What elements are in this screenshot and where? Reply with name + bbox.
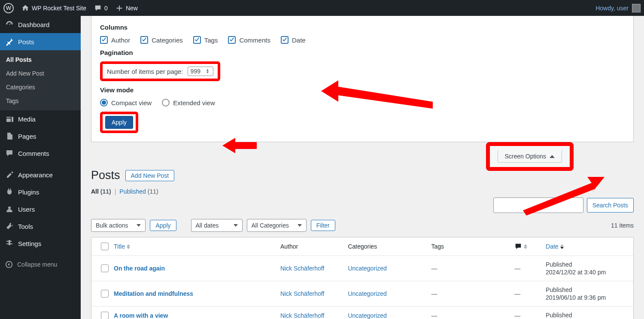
admin-sidebar: Dashboard Posts All Posts Add New Post C…: [0, 16, 81, 319]
collapse-label: Collapse menu: [17, 261, 57, 268]
table-row: On the road again Nick Schäferhoff Uncat…: [91, 255, 633, 281]
submenu-posts: All Posts Add New Post Categories Tags: [0, 50, 81, 110]
category-link[interactable]: Uncategorized: [348, 265, 386, 272]
author-link[interactable]: Nick Schäferhoff: [280, 312, 324, 319]
triangle-up-icon: [550, 155, 555, 158]
menu-comments[interactable]: Comments: [0, 145, 81, 162]
number-spinner-icon[interactable]: ▲▼: [206, 69, 210, 74]
new-content[interactable]: New: [115, 4, 138, 12]
th-tags: Tags: [431, 243, 514, 250]
comment-icon: [514, 243, 522, 250]
menu-settings[interactable]: Settings: [0, 235, 81, 252]
category-filter-select[interactable]: All Categories: [247, 219, 307, 232]
comments-bubble[interactable]: 0: [94, 4, 108, 12]
menu-comments-label: Comments: [18, 150, 49, 157]
menu-tools-label: Tools: [18, 223, 33, 230]
col-author-label: Author: [111, 36, 130, 44]
screen-options-apply-button[interactable]: Apply: [105, 116, 133, 129]
chevron-down-icon: [234, 224, 238, 227]
wp-logo[interactable]: W: [3, 3, 14, 13]
menu-settings-label: Settings: [18, 240, 41, 247]
menu-users-label: Users: [18, 206, 35, 213]
category-link[interactable]: Uncategorized: [348, 290, 386, 297]
author-link[interactable]: Nick Schäferhoff: [280, 290, 324, 297]
screen-options-tab[interactable]: Screen Options: [498, 150, 562, 163]
menu-users[interactable]: Users: [0, 201, 81, 218]
site-link[interactable]: WP Rocket Test Site: [21, 4, 86, 12]
menu-plugins[interactable]: Plugins: [0, 183, 81, 201]
bulk-label: Bulk actions: [96, 222, 128, 229]
pin-icon: [5, 37, 14, 46]
viewmode-extended[interactable]: Extended view: [162, 99, 215, 106]
users-icon: [5, 205, 14, 213]
filter-all[interactable]: All (11): [91, 188, 111, 195]
items-count: 11 items: [611, 222, 634, 229]
per-page-value: 999: [191, 68, 200, 75]
th-date[interactable]: Date: [546, 243, 629, 250]
row-checkbox[interactable]: [101, 264, 109, 272]
submenu-categories[interactable]: Categories: [0, 80, 81, 94]
col-date-toggle[interactable]: Date: [281, 36, 306, 44]
comments-cell: —: [514, 290, 546, 297]
sort-icon: [560, 244, 564, 249]
row-checkbox[interactable]: [101, 290, 109, 298]
select-all-checkbox[interactable]: [101, 243, 109, 250]
submenu-add-new-post[interactable]: Add New Post: [0, 67, 81, 80]
howdy-user[interactable]: Howdy, user: [595, 4, 641, 12]
menu-media[interactable]: Media: [0, 110, 81, 128]
post-title-link[interactable]: On the road again: [114, 265, 165, 272]
pagination-heading: Pagination: [100, 49, 625, 56]
col-categories-label: Categories: [152, 36, 183, 44]
extended-label: Extended view: [173, 99, 215, 106]
submenu-all-posts[interactable]: All Posts: [0, 53, 81, 67]
menu-appearance[interactable]: Appearance: [0, 166, 81, 183]
th-title[interactable]: Title: [114, 243, 280, 250]
comment-icon: [94, 4, 102, 12]
date-cell: Published2019/06/10 at 9:36 pm: [546, 286, 629, 301]
th-comments[interactable]: [514, 243, 546, 250]
viewmode-compact[interactable]: Compact view: [100, 99, 152, 106]
col-comments-toggle[interactable]: Comments: [228, 36, 270, 44]
row-checkbox[interactable]: [101, 312, 109, 319]
sort-icon: [524, 244, 527, 249]
add-new-post-button[interactable]: Add New Post: [125, 170, 175, 181]
search-input[interactable]: [493, 197, 583, 213]
menu-dashboard[interactable]: Dashboard: [0, 16, 81, 33]
tags-cell: —: [431, 290, 514, 297]
category-link[interactable]: Uncategorized: [348, 312, 386, 319]
submenu-tags[interactable]: Tags: [0, 94, 81, 108]
date-cell: Published: [546, 312, 629, 319]
post-title-link[interactable]: A room with a view: [114, 312, 168, 319]
col-tags-toggle[interactable]: Tags: [193, 36, 218, 44]
tools-icon: [5, 222, 14, 231]
menu-tools[interactable]: Tools: [0, 218, 81, 235]
col-author-toggle[interactable]: Author: [100, 36, 130, 44]
collapse-menu[interactable]: Collapse menu: [0, 256, 81, 273]
settings-icon: [5, 239, 14, 248]
menu-pages[interactable]: Pages: [0, 128, 81, 145]
filter-published[interactable]: Published (11): [119, 188, 158, 195]
screen-options-panel: Columns Author Categories Tags Comments …: [91, 16, 634, 142]
date-filter-select[interactable]: All dates: [191, 219, 243, 232]
author-link[interactable]: Nick Schäferhoff: [280, 265, 324, 272]
admin-bar: W WP Rocket Test Site 0 New Howdy, user: [0, 0, 644, 16]
post-title-link[interactable]: Meditation and mindfulness: [114, 290, 193, 297]
col-categories-toggle[interactable]: Categories: [140, 36, 183, 44]
menu-posts-label: Posts: [18, 38, 34, 46]
comments-cell: —: [514, 312, 546, 319]
bulk-apply-button[interactable]: Apply: [150, 220, 176, 231]
highlight-apply: Apply: [100, 112, 138, 133]
dashboard-icon: [5, 20, 14, 29]
highlight-screen-options: Screen Options: [486, 142, 574, 171]
chevron-down-icon: [298, 224, 302, 227]
per-page-input[interactable]: 999 ▲▼: [188, 67, 213, 76]
bulk-actions-select[interactable]: Bulk actions: [91, 219, 146, 232]
content-area: Columns Author Categories Tags Comments …: [81, 16, 644, 319]
th-categories: Categories: [348, 243, 431, 250]
filter-button[interactable]: Filter: [311, 220, 335, 231]
search-posts-button[interactable]: Search Posts: [587, 198, 634, 213]
menu-posts[interactable]: Posts: [0, 33, 81, 50]
posts-table: Title Author Categories Tags Date On the…: [91, 237, 634, 319]
site-title: WP Rocket Test Site: [32, 5, 86, 12]
checkbox-icon: [100, 36, 108, 44]
